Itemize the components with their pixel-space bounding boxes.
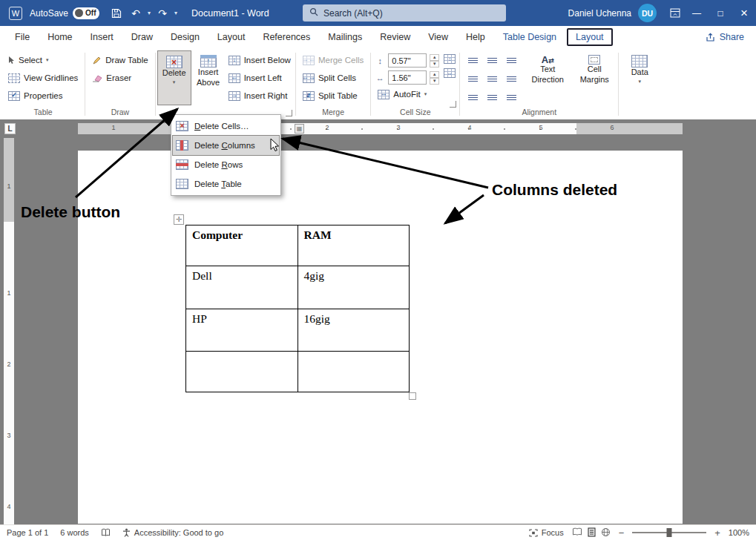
row-height-increase-button[interactable]: ▲ [430, 54, 439, 61]
row-height-decrease-button[interactable]: ▼ [430, 61, 439, 68]
data-button[interactable]: Data ▾ [622, 50, 657, 105]
column-width-increase-button[interactable]: ▲ [430, 71, 439, 78]
tab-stop-selector[interactable]: L [4, 123, 16, 134]
menu-item-delete-columns[interactable]: Delete Columns [173, 136, 279, 155]
eraser-button[interactable]: Eraser [89, 70, 151, 85]
distribute-rows-icon[interactable]: ↕ [444, 54, 456, 64]
row-height-input[interactable]: 0.57" [388, 53, 427, 68]
properties-button[interactable]: ✓ Properties [5, 88, 81, 103]
read-mode-button[interactable] [572, 527, 582, 538]
tab-table-layout[interactable]: Layout [567, 28, 613, 46]
zoom-in-button[interactable]: + [714, 527, 720, 539]
tab-draw[interactable]: Draw [122, 26, 162, 48]
align-top-center-icon [487, 58, 497, 65]
user-avatar[interactable]: DU [638, 4, 657, 22]
align-center-button[interactable] [483, 70, 502, 88]
close-button[interactable]: × [732, 0, 756, 26]
page-indicator[interactable]: Page 1 of 1 [7, 528, 48, 537]
zoom-slider[interactable] [632, 532, 706, 533]
split-table-button[interactable]: ⇵ Split Table [300, 88, 367, 103]
ribbon-display-options-icon[interactable] [665, 4, 685, 23]
tab-review[interactable]: Review [371, 26, 419, 48]
data-icon [631, 55, 648, 68]
align-top-center-button[interactable] [483, 52, 502, 70]
menu-item-delete-cells[interactable]: × Delete Cells… [173, 116, 279, 136]
table-cell-r0c1[interactable]: RAM [298, 225, 410, 266]
table-cell-r2c1[interactable]: 16gig [298, 309, 410, 352]
tab-home[interactable]: Home [39, 26, 81, 48]
share-button[interactable]: Share [706, 32, 744, 42]
align-center-left-button[interactable] [464, 70, 482, 88]
zoom-slider-thumb[interactable] [667, 528, 672, 537]
undo-icon[interactable]: ↶ [126, 4, 145, 23]
table-cell-r1c1[interactable]: 4gig [298, 266, 410, 309]
align-bottom-right-button[interactable] [502, 89, 521, 107]
column-width-input[interactable]: 1.56" [388, 70, 427, 85]
print-layout-button[interactable] [588, 527, 596, 539]
save-icon[interactable] [107, 4, 126, 23]
word-count[interactable]: 6 words [60, 528, 89, 537]
ruler-number: 2 [325, 125, 329, 131]
table-cell-r2c0[interactable]: HP [186, 309, 298, 352]
accessibility-status[interactable]: Accessibility: Good to go [122, 528, 223, 537]
zoom-level[interactable]: 100% [729, 528, 749, 537]
align-bottom-center-button[interactable] [483, 89, 502, 107]
table-resize-handle[interactable] [409, 392, 416, 400]
redo-icon[interactable]: ↷ [153, 4, 172, 23]
column-width-decrease-button[interactable]: ▼ [430, 78, 439, 85]
tab-design[interactable]: Design [162, 26, 208, 48]
split-cells-button[interactable]: ←→ Split Cells [300, 70, 367, 85]
tab-references[interactable]: References [254, 26, 319, 48]
maximize-button[interactable]: □ [709, 0, 732, 26]
tab-view[interactable]: View [419, 26, 457, 48]
align-top-right-button[interactable] [502, 52, 521, 70]
tab-mailings[interactable]: Mailings [319, 26, 371, 48]
autofit-button[interactable]: ↔ AutoFit▾ [375, 87, 439, 102]
table-move-handle[interactable]: ✛ [174, 214, 184, 225]
menu-item-delete-rows[interactable]: Delete Rows [173, 155, 279, 174]
tab-file[interactable]: File [6, 26, 39, 48]
insert-left-button[interactable]: ← Insert Left [226, 70, 294, 85]
align-top-left-button[interactable] [464, 52, 482, 70]
delete-cells-icon: × [176, 121, 188, 131]
split-table-icon: ⇵ [303, 91, 315, 101]
undo-dropdown-chevron-icon[interactable]: ▾ [145, 10, 153, 16]
insert-right-button[interactable]: → Insert Right [226, 88, 294, 103]
align-center-right-button[interactable] [502, 70, 521, 88]
customize-quick-access-icon[interactable]: ▾ [172, 10, 180, 16]
document-page[interactable]: ✛ Computer RAM Dell 4gig HP 16gig [78, 151, 683, 524]
tab-insert[interactable]: Insert [82, 26, 122, 48]
web-layout-button[interactable] [601, 527, 611, 539]
zoom-out-button[interactable]: − [619, 527, 625, 539]
view-gridlines-button[interactable]: View Gridlines [5, 70, 81, 85]
tab-help[interactable]: Help [457, 26, 494, 48]
search-box[interactable]: Search (Alt+Q) [303, 4, 506, 22]
table-column-marker[interactable]: ▦ [295, 124, 304, 134]
user-name[interactable]: Daniel Uchenna [568, 8, 631, 19]
distribute-columns-icon[interactable]: ↔ [444, 68, 456, 78]
word-app-icon[interactable]: W [9, 7, 22, 20]
insert-above-button[interactable]: ↑ Insert Above [191, 50, 226, 105]
tab-table-design[interactable]: Table Design [494, 26, 565, 48]
insert-below-button[interactable]: ↓ Insert Below [226, 53, 294, 68]
table-cell-r3c0[interactable] [186, 352, 298, 392]
document-table[interactable]: Computer RAM Dell 4gig HP 16gig [185, 225, 410, 392]
table-cell-r1c0[interactable]: Dell [186, 266, 298, 309]
focus-button[interactable]: Focus [529, 528, 564, 537]
table-cell-r3c1[interactable] [298, 352, 410, 392]
delete-button[interactable]: × Delete ▾ [157, 50, 191, 105]
tab-layout[interactable]: Layout [208, 26, 254, 48]
draw-table-button[interactable]: Draw Table [89, 53, 151, 68]
align-bottom-left-button[interactable] [464, 89, 482, 107]
autosave-switch-icon[interactable]: Off [73, 7, 99, 19]
autosave-toggle[interactable]: AutoSave Off [30, 7, 99, 19]
text-direction-button[interactable]: A⇄ Text Direction [527, 50, 568, 105]
table-cell-r0c0[interactable]: Computer [186, 225, 298, 266]
cell-size-dialog-launcher-icon[interactable] [450, 101, 456, 108]
proofing-icon[interactable] [101, 528, 111, 537]
minimize-button[interactable]: — [685, 0, 709, 26]
cell-margins-button[interactable]: Cell Margins [574, 50, 614, 105]
menu-item-delete-table[interactable]: Delete Table [173, 174, 279, 194]
rows-columns-dialog-launcher-icon[interactable] [286, 110, 292, 116]
select-button[interactable]: Select▾ [5, 53, 81, 68]
